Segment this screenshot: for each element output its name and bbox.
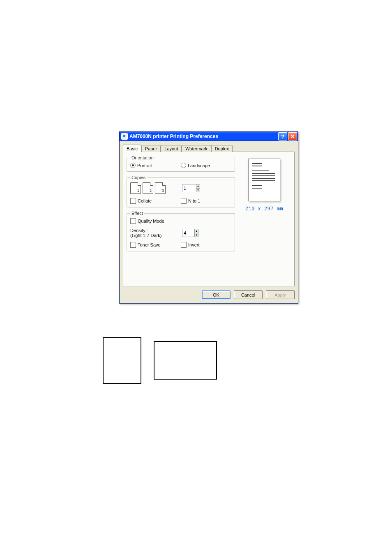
checkbox-icon — [181, 242, 187, 248]
copies-icons: 1 2 3 — [130, 182, 166, 194]
density-sublabel: (Light 1-7 Dark) — [130, 233, 179, 238]
density-label: Density : — [130, 228, 179, 233]
density-spinner[interactable]: ▲ ▼ — [182, 229, 198, 237]
printing-preferences-dialog: AM7000N printer Printing Preferences ? B… — [119, 131, 298, 304]
checkbox-invert[interactable]: Invert — [181, 242, 231, 248]
window-title: AM7000N printer Printing Preferences — [129, 134, 277, 139]
ok-button[interactable]: OK — [202, 290, 231, 299]
copies-legend: Copies — [130, 175, 147, 180]
copies-input[interactable] — [182, 184, 196, 192]
spinner-down-icon[interactable]: ▼ — [194, 233, 198, 237]
left-column: Orientation Portrait Landscape Copies — [127, 155, 235, 283]
collate-label: Collate — [138, 198, 152, 203]
radio-dot-icon — [130, 163, 136, 168]
checkbox-quality-mode[interactable]: Quality Mode — [130, 218, 231, 224]
radio-dot-icon — [181, 163, 186, 168]
toner-save-label: Toner Save — [138, 242, 161, 247]
orientation-group: Orientation Portrait Landscape — [127, 155, 235, 172]
help-button[interactable]: ? — [278, 132, 287, 140]
app-icon — [121, 133, 128, 140]
invert-label: Invert — [188, 242, 200, 247]
effect-group: Effect Quality Mode Density : (Light 1-7… — [127, 211, 235, 251]
checkbox-collate[interactable]: Collate — [130, 198, 181, 204]
spinner-up-icon[interactable]: ▲ — [194, 229, 198, 233]
preview-column: 210 x 297 mm — [238, 155, 291, 283]
copies-spinner[interactable]: ▲ ▼ — [182, 184, 200, 192]
nto1-label: N to 1 — [188, 198, 200, 203]
checkbox-icon — [130, 218, 136, 224]
checkbox-icon — [181, 198, 187, 204]
tab-page-basic: Orientation Portrait Landscape Copies — [123, 152, 295, 286]
portrait-figure-icon — [103, 337, 141, 384]
tab-duplex[interactable]: Duplex — [211, 145, 233, 152]
copies-group: Copies 1 2 3 — [127, 175, 235, 207]
copy-num-2: 2 — [150, 189, 152, 193]
orientation-legend: Orientation — [130, 155, 155, 160]
quality-mode-label: Quality Mode — [138, 219, 164, 223]
apply-button: Apply — [266, 290, 295, 299]
orientation-figures — [103, 337, 217, 384]
copy-stack-1-icon: 1 — [130, 182, 141, 194]
page-preview-icon — [248, 159, 280, 201]
tab-layout[interactable]: Layout — [161, 145, 182, 152]
density-input[interactable] — [182, 229, 194, 237]
dialog-body: Basic Paper Layout Watermark Duplex Orie… — [120, 141, 298, 286]
paper-size-label: 210 x 297 mm — [245, 206, 283, 212]
checkbox-icon — [130, 242, 136, 248]
cancel-button[interactable]: Cancel — [234, 290, 263, 299]
radio-landscape[interactable]: Landscape — [181, 163, 231, 168]
checkbox-toner-save[interactable]: Toner Save — [130, 242, 181, 248]
radio-portrait-label: Portrait — [137, 163, 152, 168]
checkbox-nto1[interactable]: N to 1 — [181, 198, 231, 204]
tab-watermark[interactable]: Watermark — [182, 145, 211, 152]
button-bar: OK Cancel Apply — [120, 286, 298, 303]
tabstrip: Basic Paper Layout Watermark Duplex — [123, 145, 295, 152]
tab-paper[interactable]: Paper — [141, 145, 161, 152]
landscape-figure-icon — [154, 341, 217, 380]
tab-basic[interactable]: Basic — [123, 145, 141, 152]
copy-num-3: 3 — [162, 189, 164, 193]
copy-stack-3-icon: 3 — [155, 182, 166, 194]
radio-portrait[interactable]: Portrait — [130, 163, 181, 168]
copy-num-1: 1 — [137, 189, 139, 193]
close-button[interactable] — [288, 132, 297, 140]
spinner-up-icon[interactable]: ▲ — [196, 184, 200, 189]
checkbox-icon — [130, 198, 136, 204]
titlebar[interactable]: AM7000N printer Printing Preferences ? — [120, 132, 298, 141]
effect-legend: Effect — [130, 211, 144, 216]
spinner-down-icon[interactable]: ▼ — [196, 189, 200, 192]
copy-stack-2-icon: 2 — [143, 182, 153, 194]
radio-landscape-label: Landscape — [188, 163, 210, 168]
